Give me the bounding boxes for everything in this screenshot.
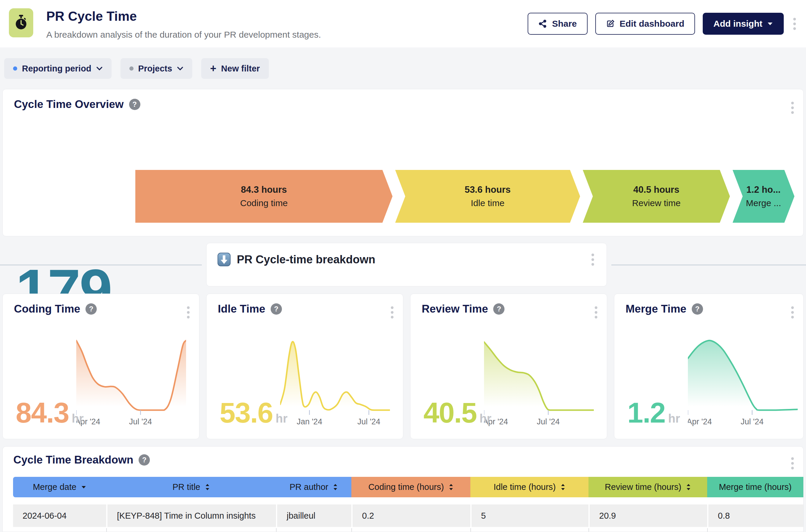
pr-cycle-time-breakdown-banner: PR Cycle-time breakdown bbox=[206, 243, 607, 286]
chevron-down-icon bbox=[177, 66, 183, 71]
idle-time-value: 53.6 bbox=[220, 399, 273, 427]
stage-label: Review time bbox=[632, 198, 680, 208]
table-row-partial bbox=[13, 528, 803, 532]
column-label: Coding time (hours) bbox=[368, 482, 444, 492]
column-label: PR title bbox=[172, 482, 200, 492]
column-header-pr-author[interactable]: PR author bbox=[276, 477, 351, 497]
stage-value: 53.6 hours bbox=[465, 185, 511, 195]
cell-pr-author: jbailleul bbox=[276, 505, 351, 527]
stage-label: Merge ... bbox=[746, 198, 781, 208]
edit-icon bbox=[606, 19, 615, 28]
help-icon[interactable]: ? bbox=[86, 303, 97, 315]
funnel-stage-idle: 53.6 hours Idle time bbox=[395, 170, 580, 223]
table-title: Cycle Time Breakdown bbox=[13, 454, 133, 466]
funnel-stage-coding: 84.3 hours Coding time bbox=[135, 170, 392, 223]
merge-time-title: Merge Time bbox=[626, 303, 686, 315]
section-divider-right bbox=[611, 265, 806, 265]
merge-time-sparkline: Apr '24Jul '24 bbox=[688, 337, 798, 427]
share-button-label: Share bbox=[552, 19, 576, 29]
merge-time-card: Merge Time ? Apr '24Jul '24 1.2 hr bbox=[614, 293, 804, 439]
column-header-merge-time[interactable]: Merge time (hours) bbox=[707, 477, 803, 497]
stage-label: Idle time bbox=[471, 198, 504, 208]
stage-value: 84.3 hours bbox=[241, 185, 287, 195]
svg-text:Jul '24: Jul '24 bbox=[129, 417, 152, 426]
add-insight-button[interactable]: Add insight bbox=[703, 13, 784, 35]
cell-merge-time: 0.8 bbox=[707, 505, 803, 527]
cell-idle-time: 5 bbox=[470, 505, 588, 527]
svg-text:Apr '24: Apr '24 bbox=[688, 417, 712, 426]
active-filter-dot-icon bbox=[13, 66, 17, 71]
coding-time-value: 84.3 bbox=[16, 399, 69, 427]
idle-time-kebab-menu[interactable] bbox=[389, 305, 395, 320]
svg-text:Jul '24: Jul '24 bbox=[741, 417, 764, 426]
reporting-period-label: Reporting period bbox=[22, 64, 91, 74]
stopwatch-icon bbox=[9, 8, 33, 37]
help-icon[interactable]: ? bbox=[271, 303, 282, 315]
column-header-coding-time[interactable]: Coding time (hours) bbox=[351, 477, 470, 497]
overview-title: Cycle Time Overview bbox=[14, 98, 124, 111]
column-header-review-time[interactable]: Review time (hours) bbox=[588, 477, 707, 497]
cell-merge-date: 2024-06-04 bbox=[13, 505, 106, 527]
projects-filter[interactable]: Projects bbox=[121, 58, 192, 79]
page-title: PR Cycle Time bbox=[46, 9, 321, 24]
header-kebab-menu[interactable] bbox=[791, 16, 798, 32]
dashboard-page: PR Cycle Time A breakdown analysis of th… bbox=[0, 0, 806, 532]
share-icon bbox=[538, 19, 547, 28]
review-time-unit: hr bbox=[480, 412, 491, 425]
column-header-merge-date[interactable]: Merge date bbox=[13, 477, 106, 497]
table-row[interactable]: 2024-06-04 [KEYP-848] Time in Column ins… bbox=[13, 505, 803, 527]
merge-time-unit: hr bbox=[668, 412, 680, 425]
projects-label: Projects bbox=[138, 64, 172, 74]
banner-title: PR Cycle-time breakdown bbox=[237, 253, 375, 266]
help-icon[interactable]: ? bbox=[139, 454, 150, 466]
help-icon[interactable]: ? bbox=[129, 99, 140, 110]
down-arrow-emoji-icon bbox=[217, 251, 231, 267]
table-header-row: Merge date PR title PR author Coding tim… bbox=[13, 477, 803, 497]
column-header-idle-time[interactable]: Idle time (hours) bbox=[470, 477, 588, 497]
idle-time-card: Idle Time ? Jan '24Jul '24 53.6 hr bbox=[206, 293, 403, 439]
add-insight-button-label: Add insight bbox=[713, 19, 763, 29]
stage-value: 1.2 ho... bbox=[746, 185, 781, 195]
section-divider-left bbox=[0, 265, 202, 265]
inactive-filter-dot-icon bbox=[129, 66, 133, 71]
svg-text:Jul '24: Jul '24 bbox=[537, 417, 560, 426]
edit-dashboard-button[interactable]: Edit dashboard bbox=[595, 13, 695, 35]
page-subtitle: A breakdown analysis of the duration of … bbox=[46, 30, 321, 40]
coding-time-kebab-menu[interactable] bbox=[185, 305, 191, 320]
banner-kebab-menu[interactable] bbox=[590, 252, 596, 267]
coding-time-card: Coding Time ? Apr '24Jul '24 84.3 hr bbox=[2, 293, 199, 439]
stage-value: 40.5 hours bbox=[633, 185, 679, 195]
column-header-pr-title[interactable]: PR title bbox=[106, 477, 276, 497]
svg-text:Jan '24: Jan '24 bbox=[297, 417, 322, 426]
review-time-kebab-menu[interactable] bbox=[593, 305, 599, 320]
sort-icon bbox=[561, 484, 565, 491]
sort-icon bbox=[449, 484, 454, 491]
share-button[interactable]: Share bbox=[528, 13, 587, 35]
table-kebab-menu[interactable] bbox=[789, 456, 795, 471]
idle-time-unit: hr bbox=[276, 412, 288, 425]
cell-coding-time: 0.2 bbox=[351, 505, 470, 527]
sort-icon bbox=[686, 484, 691, 491]
help-icon[interactable]: ? bbox=[493, 303, 505, 315]
new-filter-button[interactable]: + New filter bbox=[201, 58, 269, 79]
merge-time-value: 1.2 bbox=[627, 399, 665, 427]
new-filter-label: New filter bbox=[221, 64, 260, 74]
help-icon[interactable]: ? bbox=[692, 303, 703, 315]
reporting-period-filter[interactable]: Reporting period bbox=[4, 58, 112, 79]
sort-icon bbox=[205, 484, 210, 491]
column-label: Idle time (hours) bbox=[494, 482, 556, 492]
cycle-time-overview-card: Cycle Time Overview ? 179 hr 84.3 hours … bbox=[2, 89, 804, 236]
filter-bar: Reporting period Projects + New filter bbox=[4, 58, 269, 79]
header-bar: PR Cycle Time A breakdown analysis of th… bbox=[0, 0, 806, 48]
column-label: Review time (hours) bbox=[605, 482, 681, 492]
cycle-time-funnel: 84.3 hours Coding time 53.6 hours Idle t… bbox=[135, 170, 794, 223]
svg-text:Jul '24: Jul '24 bbox=[357, 417, 380, 426]
merge-time-kebab-menu[interactable] bbox=[789, 305, 795, 320]
chevron-down-icon bbox=[767, 22, 773, 26]
cycle-time-breakdown-card: Cycle Time Breakdown ? Merge date PR tit… bbox=[2, 446, 804, 532]
review-time-value: 40.5 bbox=[423, 399, 477, 427]
funnel-stage-merge: 1.2 ho... Merge ... bbox=[733, 170, 794, 223]
funnel-stage-review: 40.5 hours Review time bbox=[583, 170, 730, 223]
overview-kebab-menu[interactable] bbox=[789, 100, 795, 116]
edit-dashboard-button-label: Edit dashboard bbox=[620, 19, 684, 29]
